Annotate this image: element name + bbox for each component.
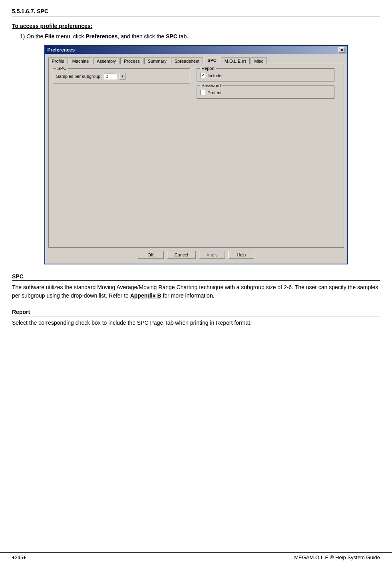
samples-dropdown-button[interactable]: ▼ [119,73,125,80]
spc-body-text: The software utilizes the standard Movin… [12,283,380,300]
page-header: 5.5.1.6.7. SPC [12,8,380,16]
include-label: Include [207,73,221,78]
tab-spreadsheet[interactable]: Spreadsheet [171,58,203,64]
spc-groupbox: SPC Samples per subgroup: ▼ [53,68,191,83]
password-groupbox: Password Protect [197,85,334,99]
report-groupbox-content: ✔ Include [200,73,331,78]
preferences-dialog: Preferences ✕ Profile Machine Assembly P… [44,45,348,264]
step1-text: 1) On the File menu, click Preferences, … [20,33,380,40]
tab-misc[interactable]: Misc [251,58,267,64]
appendix-b-link[interactable]: Appendix B [130,292,161,299]
cancel-button[interactable]: Cancel [167,251,196,259]
protect-checkbox[interactable] [200,90,205,95]
report-groupbox-label: Report [200,66,216,71]
dialog-title: Preferences [48,47,75,53]
tab-content-area: SPC Samples per subgroup: ▼ [48,64,344,248]
left-column: SPC Samples per subgroup: ▼ [53,68,191,103]
include-checkbox-row: ✔ Include [200,73,331,78]
page-footer: ♦245♦ MEGAM.O.L.E.® Help System Guide [0,552,392,562]
dialog-buttons: OK Cancel Apply Help [48,248,344,260]
samples-per-subgroup-row: Samples per subgroup: ▼ [56,73,187,80]
right-column: Report ✔ Include Password [197,68,334,103]
dialog-wrapper: Preferences ✕ Profile Machine Assembly P… [44,45,348,264]
report-subsection-heading: Report [12,309,380,316]
report-groupbox: Report ✔ Include [197,68,334,81]
footer-left: ♦245♦ [12,554,26,560]
spc-subsection-heading: SPC [12,273,380,281]
footer-right: MEGAM.O.L.E.® Help System Guide [294,554,380,560]
tab-summary[interactable]: Summary [144,58,170,64]
ok-button[interactable]: OK [138,251,164,259]
access-section-title: To access profile preferences: [12,23,380,29]
dialog-close-button[interactable]: ✕ [338,47,345,53]
tab-profile[interactable]: Profile [48,58,68,64]
include-checkbox[interactable]: ✔ [200,73,205,78]
tab-spc[interactable]: SPC [204,57,220,64]
samples-per-subgroup-input[interactable] [104,73,117,79]
spc-groupbox-label: SPC [56,66,68,71]
apply-button[interactable]: Apply [199,251,225,259]
protect-checkbox-row: Protect [200,90,331,95]
tab-mole[interactable]: M.O.L.E.(r) [221,58,250,64]
tab-bar: Profile Machine Assembly Process Summary… [48,56,344,64]
password-groupbox-content: Protect [200,90,331,95]
password-groupbox-label: Password [200,83,222,88]
help-button[interactable]: Help [228,251,254,259]
tab-process[interactable]: Process [120,58,143,64]
tab-machine[interactable]: Machine [69,58,93,64]
spc-groupbox-content: Samples per subgroup: ▼ [56,73,187,80]
report-body-text: Select the corresponding check box to in… [12,319,380,327]
dialog-titlebar: Preferences ✕ [45,46,347,54]
page-header-text: 5.5.1.6.7. SPC [12,8,48,14]
samples-per-subgroup-label: Samples per subgroup: [56,74,102,79]
dialog-body: Profile Machine Assembly Process Summary… [45,54,347,264]
tab-content-columns: SPC Samples per subgroup: ▼ [53,68,340,103]
protect-label: Protect [207,90,221,95]
tab-assembly[interactable]: Assembly [93,58,119,64]
